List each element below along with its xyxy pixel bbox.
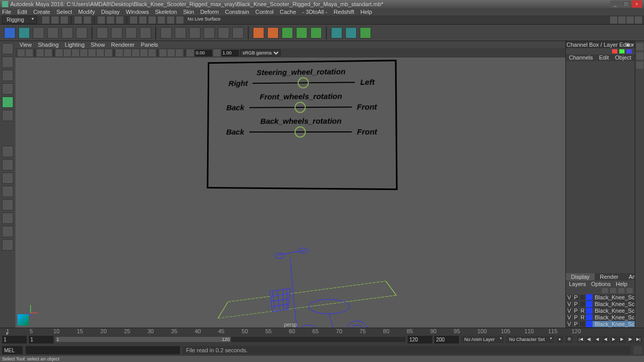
vp-grid-icon[interactable] — [56, 49, 63, 56]
vp-shadows-icon[interactable] — [149, 49, 156, 56]
shelf-tool[interactable] — [19, 27, 30, 39]
viewport-menu-item[interactable]: Renderer — [111, 42, 135, 48]
layer-color-swatch[interactable] — [586, 294, 593, 300]
vp-camera-select-icon[interactable] — [17, 49, 25, 56]
vp-isolate-icon[interactable] — [159, 49, 167, 56]
layer-type-toggle[interactable] — [579, 294, 586, 300]
vp-colorspace-dropdown[interactable]: sRGB gamma — [240, 49, 281, 56]
layer-tab[interactable]: Display — [566, 273, 595, 280]
scooter-model[interactable] — [257, 242, 370, 328]
vp-textured-icon[interactable] — [132, 49, 139, 56]
shelf-tool[interactable] — [282, 27, 293, 39]
menu-item[interactable]: Display — [101, 9, 120, 15]
new-scene-icon[interactable] — [42, 16, 49, 24]
channelbox-tab[interactable]: Object — [612, 54, 634, 61]
select-component-icon[interactable] — [116, 16, 123, 24]
viewport-menu-item[interactable]: View — [20, 42, 32, 48]
control-knob[interactable] — [295, 102, 306, 113]
layer-color-swatch[interactable] — [586, 321, 593, 327]
layer-visibility-toggle[interactable]: V — [566, 308, 573, 314]
script-language-field[interactable] — [2, 346, 23, 354]
layer-row[interactable]: VPRBlack_Knee_Scooter_R — [566, 314, 635, 321]
menu-item[interactable]: Create — [33, 9, 50, 15]
open-scene-icon[interactable] — [51, 16, 59, 24]
paint-select-tool[interactable] — [2, 70, 13, 81]
workspace-dropdown[interactable]: Rigging — [2, 15, 37, 24]
vp-lights-icon[interactable] — [140, 49, 148, 56]
menu-item[interactable]: Skeleton — [155, 9, 177, 15]
shelf-tool[interactable] — [140, 27, 151, 39]
vp-safe-title-icon[interactable] — [105, 49, 112, 56]
menu-item[interactable]: Deform — [200, 9, 219, 15]
viewport-menu-item[interactable]: Lighting — [65, 42, 85, 48]
redo-icon[interactable] — [84, 16, 91, 24]
layer-visibility-toggle[interactable]: V — [566, 321, 573, 327]
shelf-tool[interactable] — [331, 27, 342, 39]
layer-row[interactable]: VPBlack_Knee_Scooter_R — [566, 294, 635, 301]
shelf-tool[interactable] — [310, 27, 322, 39]
go-to-end-button[interactable]: ▶| — [635, 336, 642, 343]
vp-gate-mask-icon[interactable] — [80, 49, 87, 56]
make-live-icon[interactable] — [176, 16, 183, 24]
step-back-key-button[interactable]: ◀| — [585, 336, 593, 343]
menu-item[interactable]: - 3DtoAll - — [302, 9, 327, 15]
menu-item[interactable]: Skin — [183, 9, 194, 15]
step-forward-button[interactable]: ▶ — [618, 336, 625, 343]
menu-item[interactable]: Control — [255, 9, 273, 15]
layer-row[interactable]: VPBlack_Knee_Scooter_R — [566, 321, 635, 328]
shelf-tool[interactable] — [76, 27, 87, 39]
lasso-tool[interactable] — [2, 56, 13, 68]
layout-single[interactable] — [2, 146, 13, 157]
layout-two-h[interactable] — [2, 173, 13, 184]
layer-menu-item[interactable]: Options — [591, 281, 611, 287]
viewport-menu-item[interactable]: Show — [91, 42, 105, 48]
layout-persp-graph[interactable] — [2, 213, 13, 224]
vp-camera-lock-icon[interactable] — [26, 49, 33, 56]
snap-plane-icon[interactable] — [158, 16, 165, 24]
menu-item[interactable]: Redshift — [334, 9, 354, 15]
snap-point-icon[interactable] — [149, 16, 156, 24]
viewport-menu-item[interactable]: Shading — [38, 42, 59, 48]
rotate-tool[interactable] — [2, 97, 13, 108]
menu-item[interactable]: Constrain — [225, 9, 249, 15]
layer-menu-item[interactable]: Help — [616, 281, 628, 287]
shelf-tool[interactable] — [218, 27, 229, 39]
menu-item[interactable]: Windows — [126, 9, 149, 15]
vp-bookmark-icon[interactable] — [36, 49, 44, 56]
layer-type-toggle[interactable] — [579, 301, 586, 307]
layer-color-swatch[interactable] — [586, 301, 593, 307]
shelf-tool[interactable] — [111, 27, 122, 39]
scale-tool[interactable] — [2, 110, 13, 121]
attribute-editor-toggle-icon[interactable] — [618, 16, 625, 24]
layer-visibility-toggle[interactable]: V — [566, 314, 573, 320]
range-start-outer-field[interactable] — [2, 336, 27, 344]
layer-playback-toggle[interactable]: P — [573, 314, 579, 320]
select-object-icon[interactable] — [107, 16, 114, 24]
vp-xray-joints-icon[interactable] — [176, 49, 183, 56]
anim-layer-dropdown[interactable]: No Anim Layer — [461, 336, 504, 343]
range-slider-handle[interactable]: 1 120 — [56, 337, 231, 342]
layout-custom[interactable] — [2, 239, 13, 251]
maximize-button[interactable]: □ — [621, 1, 631, 8]
minimize-button[interactable]: _ — [610, 1, 620, 8]
script-editor-icon[interactable] — [634, 346, 642, 354]
layer-move-up-icon[interactable] — [602, 288, 608, 293]
snap-grid-icon[interactable] — [130, 16, 137, 24]
shelf-tool[interactable] — [125, 27, 137, 39]
menu-item[interactable]: File — [2, 9, 11, 15]
control-knob[interactable] — [298, 77, 309, 88]
menu-item[interactable]: Cache — [280, 9, 296, 15]
attribute-editor-icon[interactable] — [636, 52, 643, 60]
color-swatch[interactable] — [612, 49, 617, 53]
menu-item[interactable]: Edit — [17, 9, 27, 15]
layer-row[interactable]: VPBlack_Knee_Scooter_R — [566, 301, 635, 308]
layout-four[interactable] — [2, 159, 13, 170]
layer-tab[interactable]: Render — [595, 273, 623, 280]
character-set-dropdown[interactable]: No Character Set — [506, 336, 554, 343]
menu-item[interactable]: Modify — [78, 9, 95, 15]
tool-settings-icon[interactable] — [636, 62, 643, 69]
shelf-tool[interactable] — [189, 27, 200, 39]
layer-move-down-icon[interactable] — [610, 288, 616, 293]
shelf-tool[interactable] — [97, 27, 108, 39]
vp-exposure-icon[interactable] — [187, 49, 194, 56]
